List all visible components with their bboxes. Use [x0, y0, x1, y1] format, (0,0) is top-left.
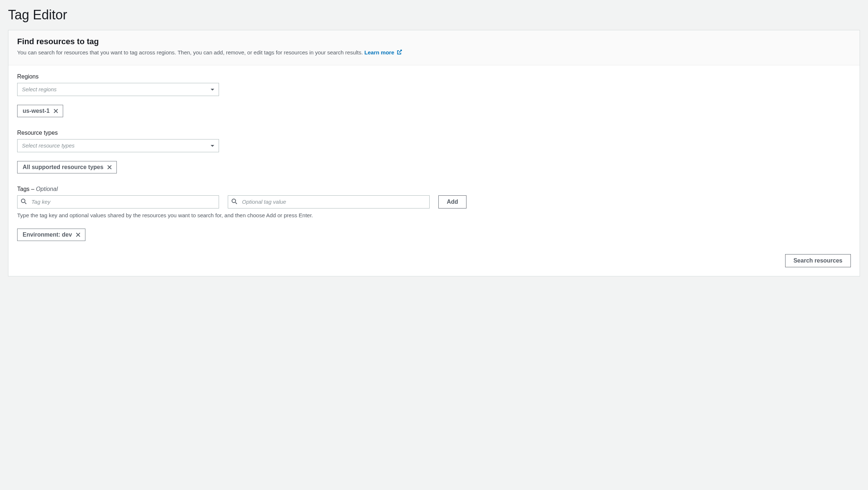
tag-chip-label: Environment: dev — [23, 231, 72, 238]
panel-title: Find resources to tag — [17, 37, 851, 46]
resource-type-chip-label: All supported resource types — [23, 164, 103, 171]
tags-label-optional: Optional — [36, 186, 58, 192]
panel-body: Regions Select regions us-west-1 — [8, 65, 860, 276]
resource-types-select-display: Select resource types — [17, 139, 219, 152]
close-icon[interactable] — [76, 232, 81, 237]
tags-section: Tags – Optional Add — [17, 186, 851, 241]
tag-chip: Environment: dev — [17, 229, 85, 241]
tag-key-wrapper — [17, 195, 219, 208]
tags-help-text: Type the tag key and optional values sha… — [17, 212, 851, 218]
learn-more-text: Learn more — [364, 49, 394, 55]
region-chip-label: us-west-1 — [23, 108, 50, 114]
panel-description: You can search for resources that you wa… — [17, 49, 851, 57]
learn-more-link[interactable]: Learn more — [364, 49, 402, 55]
panel-footer: Search resources — [17, 254, 851, 267]
regions-label: Regions — [17, 73, 851, 80]
resource-types-select[interactable]: Select resource types — [17, 139, 219, 152]
close-icon[interactable] — [107, 165, 112, 170]
tags-chips: Environment: dev — [17, 229, 851, 241]
tags-input-row: Add — [17, 195, 851, 208]
resource-types-section: Resource types Select resource types All… — [17, 130, 851, 173]
resource-type-chip: All supported resource types — [17, 161, 117, 173]
tags-label-prefix: Tags – — [17, 186, 36, 192]
regions-chips: us-west-1 — [17, 105, 851, 117]
add-button[interactable]: Add — [438, 195, 466, 208]
resource-types-chips: All supported resource types — [17, 161, 851, 173]
search-resources-button[interactable]: Search resources — [785, 254, 851, 267]
panel-header: Find resources to tag You can search for… — [8, 30, 860, 65]
tag-value-input[interactable] — [228, 195, 430, 208]
region-chip: us-west-1 — [17, 105, 63, 117]
find-resources-panel: Find resources to tag You can search for… — [8, 30, 860, 276]
external-link-icon — [396, 49, 402, 57]
resource-types-label: Resource types — [17, 130, 851, 136]
regions-select-display: Select regions — [17, 83, 219, 96]
page-title: Tag Editor — [8, 7, 860, 23]
close-icon[interactable] — [53, 108, 58, 114]
tags-label: Tags – Optional — [17, 186, 851, 192]
regions-section: Regions Select regions us-west-1 — [17, 73, 851, 117]
panel-description-text: You can search for resources that you wa… — [17, 49, 363, 55]
tag-key-input[interactable] — [17, 195, 219, 208]
tag-value-wrapper — [228, 195, 430, 208]
regions-select[interactable]: Select regions — [17, 83, 219, 96]
